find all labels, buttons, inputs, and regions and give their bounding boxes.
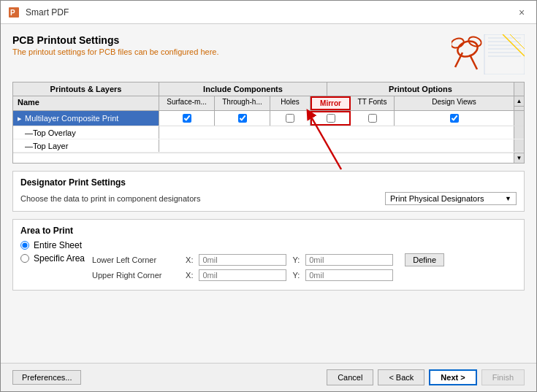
row3-cells <box>159 139 514 152</box>
specific-area-label: Specific Area <box>34 253 85 264</box>
pcb-logo <box>452 34 525 74</box>
col-design-views: Design Views <box>395 96 514 110</box>
col-header-options: Printout Options <box>327 82 514 96</box>
scroll-bottom: ▼ <box>13 153 524 163</box>
col-name: Name <box>13 96 159 110</box>
svg-text:P: P <box>10 9 15 17</box>
designator-section: Designator Print Settings Choose the dat… <box>12 171 525 212</box>
designator-dropdown[interactable]: Print Physical Designators ▼ <box>385 192 517 205</box>
col-header-printouts: Printouts & Layers <box>13 82 159 96</box>
next-button[interactable]: Next > <box>429 369 476 385</box>
dropdown-arrow-icon: ▼ <box>505 195 511 202</box>
row1-surface[interactable] <box>159 111 215 126</box>
designator-label: Choose the data to print in component de… <box>20 194 200 203</box>
footer: Preferences... Cancel < Back Next > Fini… <box>1 363 536 391</box>
col-header-include: Include Components <box>159 82 327 96</box>
header-section: PCB Printout Settings The printout setti… <box>12 34 525 74</box>
row2-cells <box>159 126 514 139</box>
row1-holes-check[interactable] <box>286 114 294 123</box>
table-container: Printouts & Layers Include Components Pr… <box>12 82 525 164</box>
row1-mirror-check[interactable] <box>327 114 335 123</box>
upper-right-row: Upper Right Corner X: Y: <box>92 269 444 281</box>
area-title: Area to Print <box>20 226 517 236</box>
close-button[interactable]: × <box>514 5 529 20</box>
x2-input[interactable] <box>199 269 286 281</box>
lower-left-label: Lower Left Corner <box>92 255 180 264</box>
footer-buttons: Cancel < Back Next > Finish <box>327 369 525 385</box>
row1-through[interactable] <box>215 111 270 126</box>
scroll-up-arrow[interactable]: ▲ <box>514 96 524 107</box>
title-bar: P Smart PDF × <box>1 1 536 24</box>
x1-input[interactable] <box>199 254 286 266</box>
y1-input[interactable] <box>305 254 393 266</box>
title-bar-left: P Smart PDF <box>8 7 69 18</box>
back-button[interactable]: < Back <box>378 369 424 385</box>
row1-dv-check[interactable] <box>450 114 459 123</box>
designator-row: Choose the data to print in component de… <box>20 192 517 205</box>
y2-input[interactable] <box>305 269 393 281</box>
table-row-1[interactable]: ▸ Multilayer Composite Print <box>13 111 524 126</box>
col-ttfonts: TT Fonts <box>351 96 395 110</box>
entire-sheet-label: Entire Sheet <box>34 240 82 250</box>
specific-area-section: Specific Area Lower Left Corner X: Y: De… <box>20 253 517 284</box>
finish-button[interactable]: Finish <box>481 369 525 385</box>
row1-name: ▸ Multilayer Composite Print <box>13 111 159 126</box>
scroll-down-arrow[interactable]: ▼ <box>514 153 524 163</box>
col-through: Through-h... <box>215 96 270 110</box>
radio-entire-sheet[interactable] <box>20 241 29 250</box>
define-button[interactable]: Define <box>405 253 444 266</box>
col-mirror: Mirror <box>311 96 351 110</box>
row1-holes[interactable] <box>270 111 311 126</box>
sub-rows: —Top Overlay —Top Layer <box>13 126 524 153</box>
content-area: PCB Printout Settings The printout setti… <box>1 24 536 363</box>
radio-specific-area-row: Specific Area <box>20 253 85 264</box>
lower-left-row: Lower Left Corner X: Y: Define <box>92 253 444 266</box>
row1-dv[interactable] <box>395 111 514 126</box>
radio-specific-area[interactable] <box>20 254 29 263</box>
col-surface: Surface-m... <box>159 96 215 110</box>
row1-ttfonts-check[interactable] <box>368 114 377 123</box>
app-icon: P <box>8 7 20 18</box>
upper-right-label: Upper Right Corner <box>92 271 180 280</box>
row1-surface-check[interactable] <box>183 114 191 123</box>
row3-name: —Top Layer <box>13 139 159 152</box>
coord-fields: Lower Left Corner X: Y: Define Upper Rig… <box>92 253 444 284</box>
header-subtitle: The printout settings for PCB files can … <box>12 47 219 56</box>
printout-table: Printouts & Layers Include Components Pr… <box>12 82 525 164</box>
x-label-1: X: <box>186 255 193 264</box>
svg-point-10 <box>452 36 465 49</box>
svg-rect-2 <box>484 34 525 74</box>
row2-name: —Top Overlay <box>13 126 159 139</box>
designator-title: Designator Print Settings <box>20 177 517 188</box>
window-title: Smart PDF <box>26 7 69 18</box>
preferences-button[interactable]: Preferences... <box>12 370 81 385</box>
table-row-3[interactable]: —Top Layer <box>13 139 524 153</box>
main-window: P Smart PDF × PCB Printout Settings The … <box>0 0 537 392</box>
col-holes: Holes <box>270 96 311 110</box>
row1-icon: ▸ <box>18 114 22 123</box>
svg-point-9 <box>455 39 479 59</box>
header-left: PCB Printout Settings The printout setti… <box>12 34 219 56</box>
designator-dropdown-value: Print Physical Designators <box>390 194 484 203</box>
area-section: Area to Print Entire Sheet Specific Area… <box>12 219 525 291</box>
cancel-button[interactable]: Cancel <box>327 369 373 385</box>
row1-through-check[interactable] <box>238 114 247 123</box>
table-row-2[interactable]: —Top Overlay <box>13 126 524 139</box>
page-title: PCB Printout Settings <box>12 34 219 46</box>
specific-area-left: Specific Area <box>20 253 85 266</box>
x-label-2: X: <box>186 271 193 280</box>
radio-entire-sheet-row: Entire Sheet <box>20 240 517 250</box>
y-label-1: Y: <box>292 255 300 264</box>
svg-line-13 <box>470 55 477 69</box>
row1-mirror[interactable] <box>311 111 351 126</box>
row1-ttfonts[interactable] <box>351 111 395 126</box>
table-col-header: Name Surface-m... Through-h... Holes Mir… <box>13 96 524 111</box>
table-group-header: Printouts & Layers Include Components Pr… <box>13 82 524 96</box>
y-label-2: Y: <box>292 271 300 280</box>
